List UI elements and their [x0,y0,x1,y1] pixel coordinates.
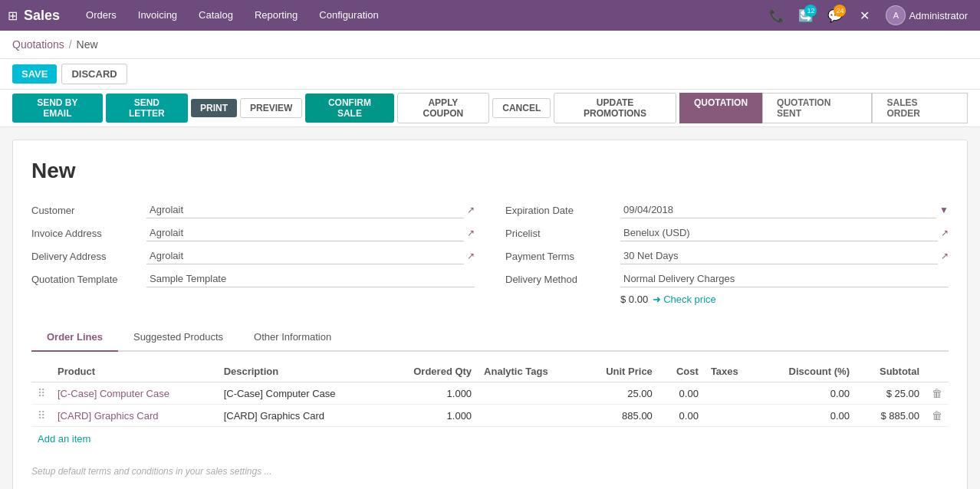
check-price-link[interactable]: ➜ Check price [653,294,716,305]
quotation-template-label: Quotation Template [31,274,146,285]
product-name-1[interactable]: [C-Case] Computer Case [58,388,169,399]
delivery-address-select[interactable]: Agrolait [146,248,464,264]
customer-row: Customer Agrolait ↗ [31,202,475,218]
th-taxes: Taxes [705,361,758,382]
footer-note: Setup default terms and conditions in yo… [31,451,949,480]
pricelist-external-link-icon[interactable]: ↗ [941,228,949,238]
navbar-orders[interactable]: Orders [75,0,127,31]
discount-1: 0.00 [758,382,856,405]
ordered-qty-1: 1.000 [383,382,478,405]
message-icon[interactable]: 💬 24 [823,3,847,28]
tab-order-lines[interactable]: Order Lines [31,323,118,352]
taxes-2 [705,405,758,427]
close-icon[interactable]: ✕ [852,3,876,28]
status-quotation-sent[interactable]: QUOTATION SENT [762,93,872,123]
customer-label: Customer [31,205,146,216]
activity-icon[interactable]: 🔄 12 [794,3,818,28]
quotation-template-select[interactable]: Sample Template [146,271,475,287]
tabs-bar: Order Lines Suggested Products Other Inf… [31,323,949,352]
th-ordered-qty: Ordered Qty [383,361,478,382]
th-discount: Discount (%) [758,361,856,382]
navbar-configuration[interactable]: Configuration [308,0,389,31]
message-badge: 24 [834,5,846,17]
th-unit-price: Unit Price [580,361,659,382]
customer-input-wrap: Agrolait ↗ [146,202,475,218]
expiration-date-input[interactable] [620,202,936,218]
payment-terms-select[interactable]: 30 Net Days [620,248,938,264]
apply-coupon-button[interactable]: APPLY COUPON [397,93,490,123]
th-cost: Cost [659,361,705,382]
delivery-address-external-link-icon[interactable]: ↗ [467,251,475,261]
pricelist-select[interactable]: Benelux (USD) [620,225,938,241]
arrow-right-icon: ➜ [653,294,661,305]
payment-terms-external-link-icon[interactable]: ↗ [941,251,949,261]
save-button[interactable]: SAVE [12,64,57,84]
product-name-2[interactable]: [CARD] Graphics Card [58,410,158,422]
navbar-reporting[interactable]: Reporting [244,0,308,31]
pricelist-label: Pricelist [505,228,620,239]
expiration-date-label: Expiration Date [505,205,620,216]
taxes-1 [705,382,758,405]
breadcrumb-parent[interactable]: Quotations [12,38,64,51]
invoice-address-label: Invoice Address [31,228,146,239]
th-subtotal: Subtotal [856,361,926,382]
drag-handle-icon[interactable]: ⠿ [38,409,45,422]
analytic-tags-1 [478,382,580,405]
description-2: [CARD] Graphics Card [218,405,384,427]
preview-button[interactable]: PREVIEW [240,98,302,118]
description-1: [C-Case] Computer Case [218,382,384,405]
navbar-menu: Orders Invoicing Catalog Reporting Confi… [75,0,765,31]
payment-terms-row: Payment Terms 30 Net Days ↗ [505,248,949,264]
update-promotions-button[interactable]: UPDATE PROMOTIONS [554,93,676,123]
tab-suggested-products[interactable]: Suggested Products [118,323,238,352]
th-description: Description [218,361,384,382]
navbar-invoicing[interactable]: Invoicing [127,0,188,31]
action-status-bar: SEND BY EMAIL SEND LETTER PRINT PREVIEW … [0,89,980,127]
send-email-button[interactable]: SEND BY EMAIL [12,94,103,123]
right-fields: Expiration Date ▼ Pricelist Benelux (USD… [505,202,949,305]
invoice-address-input-wrap: Agrolait ↗ [146,225,475,241]
cancel-button[interactable]: CANCEL [492,98,551,118]
customer-external-link-icon[interactable]: ↗ [467,205,475,215]
discard-button[interactable]: DISCARD [61,64,127,84]
delivery-price-row: $ 0.00 ➜ Check price [620,294,949,305]
th-product: Product [51,361,218,382]
user-menu[interactable]: A Administrator [881,5,972,25]
customer-select[interactable]: Agrolait [146,202,464,218]
grid-icon[interactable]: ⊞ [8,8,18,23]
subtotal-2: $ 885.00 [856,405,926,427]
delete-row-1-icon[interactable]: 🗑 [932,387,942,399]
avatar: A [886,5,906,25]
table-row: ⠿ [C-Case] Computer Case [C-Case] Comput… [31,382,949,405]
expiration-date-calendar-icon[interactable]: ▼ [939,205,949,215]
drag-handle-icon[interactable]: ⠿ [38,387,45,399]
tab-other-information[interactable]: Other Information [238,323,347,352]
phone-icon[interactable]: 📞 [765,3,789,28]
send-letter-button[interactable]: SEND LETTER [106,94,188,123]
invoice-address-select[interactable]: Agrolait [146,225,464,241]
pricelist-input-wrap: Benelux (USD) ↗ [620,225,949,241]
th-drag [31,361,51,382]
activity-badge: 12 [804,5,817,17]
delivery-method-row: Delivery Method Normal Delivery Charges [505,271,949,287]
form-grid: Customer Agrolait ↗ Invoice Address Agro… [31,202,949,305]
navbar-catalog[interactable]: Catalog [188,0,244,31]
confirm-sale-button[interactable]: CONFIRM SALE [305,94,393,123]
delivery-method-input-wrap: Normal Delivery Charges [620,271,949,287]
delivery-method-select[interactable]: Normal Delivery Charges [620,271,949,287]
status-quotation[interactable]: QUOTATION [679,93,762,123]
ordered-qty-2: 1.000 [383,405,478,427]
add-item-link[interactable]: Add an item [31,427,949,451]
save-discard-bar: SAVE DISCARD [0,58,980,89]
invoice-address-external-link-icon[interactable]: ↗ [467,228,475,238]
pricelist-row: Pricelist Benelux (USD) ↗ [505,225,949,241]
breadcrumb-current: New [77,38,98,51]
username: Administrator [909,10,968,21]
delivery-address-input-wrap: Agrolait ↗ [146,248,475,264]
delivery-address-row: Delivery Address Agrolait ↗ [31,248,475,264]
left-fields: Customer Agrolait ↗ Invoice Address Agro… [31,202,475,305]
print-button[interactable]: PRINT [191,99,237,117]
delete-row-2-icon[interactable]: 🗑 [932,409,942,422]
status-sales-order[interactable]: SALES ORDER [872,93,968,123]
table-row: ⠿ [CARD] Graphics Card [CARD] Graphics C… [31,405,949,427]
